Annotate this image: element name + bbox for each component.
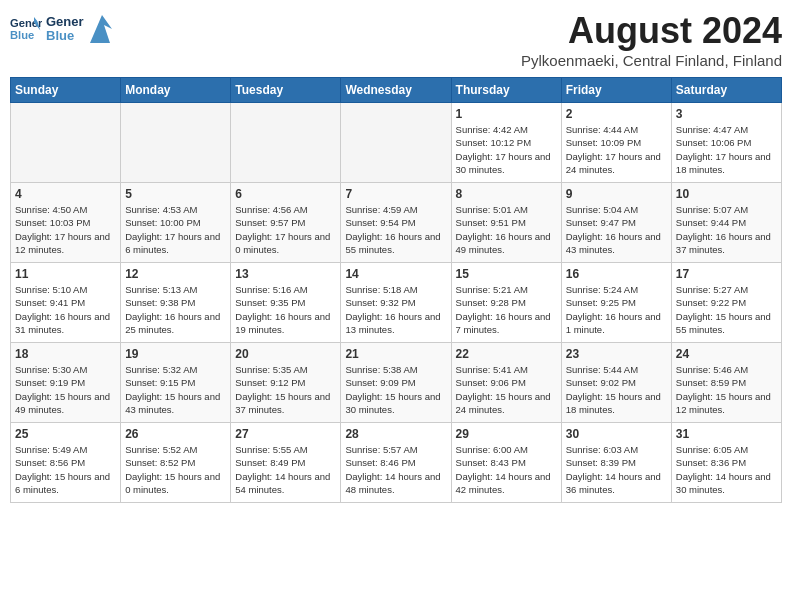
weekday-header-thursday: Thursday — [451, 78, 561, 103]
day-info: Sunrise: 5:13 AM Sunset: 9:38 PM Dayligh… — [125, 283, 226, 336]
weekday-header-sunday: Sunday — [11, 78, 121, 103]
calendar-cell: 5Sunrise: 4:53 AM Sunset: 10:00 PM Dayli… — [121, 183, 231, 263]
calendar-cell: 3Sunrise: 4:47 AM Sunset: 10:06 PM Dayli… — [671, 103, 781, 183]
day-info: Sunrise: 5:18 AM Sunset: 9:32 PM Dayligh… — [345, 283, 446, 336]
day-number: 27 — [235, 427, 336, 441]
day-info: Sunrise: 5:16 AM Sunset: 9:35 PM Dayligh… — [235, 283, 336, 336]
day-number: 3 — [676, 107, 777, 121]
title-block: August 2024 Pylkoenmaeki, Central Finlan… — [521, 10, 782, 69]
week-row-5: 25Sunrise: 5:49 AM Sunset: 8:56 PM Dayli… — [11, 423, 782, 503]
calendar-cell: 8Sunrise: 5:01 AM Sunset: 9:51 PM Daylig… — [451, 183, 561, 263]
calendar-cell — [231, 103, 341, 183]
calendar-cell: 17Sunrise: 5:27 AM Sunset: 9:22 PM Dayli… — [671, 263, 781, 343]
weekday-header-row: SundayMondayTuesdayWednesdayThursdayFrid… — [11, 78, 782, 103]
calendar-cell: 21Sunrise: 5:38 AM Sunset: 9:09 PM Dayli… — [341, 343, 451, 423]
calendar-cell: 13Sunrise: 5:16 AM Sunset: 9:35 PM Dayli… — [231, 263, 341, 343]
calendar-cell: 31Sunrise: 6:05 AM Sunset: 8:36 PM Dayli… — [671, 423, 781, 503]
svg-text:Blue: Blue — [10, 29, 34, 41]
day-number: 12 — [125, 267, 226, 281]
calendar-table: SundayMondayTuesdayWednesdayThursdayFrid… — [10, 77, 782, 503]
calendar-cell: 19Sunrise: 5:32 AM Sunset: 9:15 PM Dayli… — [121, 343, 231, 423]
calendar-cell: 12Sunrise: 5:13 AM Sunset: 9:38 PM Dayli… — [121, 263, 231, 343]
day-info: Sunrise: 6:00 AM Sunset: 8:43 PM Dayligh… — [456, 443, 557, 496]
day-number: 10 — [676, 187, 777, 201]
day-number: 19 — [125, 347, 226, 361]
day-number: 18 — [15, 347, 116, 361]
day-info: Sunrise: 5:27 AM Sunset: 9:22 PM Dayligh… — [676, 283, 777, 336]
logo-arrow-icon — [90, 15, 112, 43]
day-info: Sunrise: 5:21 AM Sunset: 9:28 PM Dayligh… — [456, 283, 557, 336]
calendar-cell: 6Sunrise: 4:56 AM Sunset: 9:57 PM Daylig… — [231, 183, 341, 263]
location: Pylkoenmaeki, Central Finland, Finland — [521, 52, 782, 69]
day-number: 14 — [345, 267, 446, 281]
page-header: General Blue General Blue August 2024 Py… — [10, 10, 782, 69]
day-info: Sunrise: 5:38 AM Sunset: 9:09 PM Dayligh… — [345, 363, 446, 416]
svg-marker-5 — [90, 15, 112, 43]
calendar-cell: 16Sunrise: 5:24 AM Sunset: 9:25 PM Dayli… — [561, 263, 671, 343]
calendar-cell: 29Sunrise: 6:00 AM Sunset: 8:43 PM Dayli… — [451, 423, 561, 503]
day-info: Sunrise: 4:53 AM Sunset: 10:00 PM Daylig… — [125, 203, 226, 256]
logo: General Blue General Blue — [10, 10, 112, 48]
day-number: 13 — [235, 267, 336, 281]
day-number: 1 — [456, 107, 557, 121]
day-number: 30 — [566, 427, 667, 441]
calendar-cell — [121, 103, 231, 183]
day-info: Sunrise: 5:49 AM Sunset: 8:56 PM Dayligh… — [15, 443, 116, 496]
calendar-cell — [341, 103, 451, 183]
calendar-cell: 18Sunrise: 5:30 AM Sunset: 9:19 PM Dayli… — [11, 343, 121, 423]
weekday-header-saturday: Saturday — [671, 78, 781, 103]
calendar-cell: 24Sunrise: 5:46 AM Sunset: 8:59 PM Dayli… — [671, 343, 781, 423]
day-number: 5 — [125, 187, 226, 201]
week-row-3: 11Sunrise: 5:10 AM Sunset: 9:41 PM Dayli… — [11, 263, 782, 343]
day-number: 17 — [676, 267, 777, 281]
weekday-header-monday: Monday — [121, 78, 231, 103]
day-number: 11 — [15, 267, 116, 281]
calendar-cell: 11Sunrise: 5:10 AM Sunset: 9:41 PM Dayli… — [11, 263, 121, 343]
calendar-cell: 25Sunrise: 5:49 AM Sunset: 8:56 PM Dayli… — [11, 423, 121, 503]
day-info: Sunrise: 5:44 AM Sunset: 9:02 PM Dayligh… — [566, 363, 667, 416]
svg-text:General: General — [46, 14, 84, 29]
calendar-cell: 30Sunrise: 6:03 AM Sunset: 8:39 PM Dayli… — [561, 423, 671, 503]
day-number: 28 — [345, 427, 446, 441]
day-info: Sunrise: 5:24 AM Sunset: 9:25 PM Dayligh… — [566, 283, 667, 336]
calendar-cell: 14Sunrise: 5:18 AM Sunset: 9:32 PM Dayli… — [341, 263, 451, 343]
day-info: Sunrise: 6:05 AM Sunset: 8:36 PM Dayligh… — [676, 443, 777, 496]
day-info: Sunrise: 4:56 AM Sunset: 9:57 PM Dayligh… — [235, 203, 336, 256]
calendar-cell: 7Sunrise: 4:59 AM Sunset: 9:54 PM Daylig… — [341, 183, 451, 263]
calendar-cell: 15Sunrise: 5:21 AM Sunset: 9:28 PM Dayli… — [451, 263, 561, 343]
svg-text:Blue: Blue — [46, 28, 74, 43]
day-number: 23 — [566, 347, 667, 361]
day-number: 9 — [566, 187, 667, 201]
day-number: 25 — [15, 427, 116, 441]
day-number: 22 — [456, 347, 557, 361]
calendar-cell: 28Sunrise: 5:57 AM Sunset: 8:46 PM Dayli… — [341, 423, 451, 503]
day-info: Sunrise: 5:52 AM Sunset: 8:52 PM Dayligh… — [125, 443, 226, 496]
weekday-header-friday: Friday — [561, 78, 671, 103]
day-number: 29 — [456, 427, 557, 441]
day-number: 31 — [676, 427, 777, 441]
logo-icon: General Blue — [10, 13, 42, 45]
day-info: Sunrise: 5:30 AM Sunset: 9:19 PM Dayligh… — [15, 363, 116, 416]
weekday-header-tuesday: Tuesday — [231, 78, 341, 103]
day-number: 24 — [676, 347, 777, 361]
day-info: Sunrise: 5:10 AM Sunset: 9:41 PM Dayligh… — [15, 283, 116, 336]
calendar-cell: 23Sunrise: 5:44 AM Sunset: 9:02 PM Dayli… — [561, 343, 671, 423]
day-info: Sunrise: 4:42 AM Sunset: 10:12 PM Daylig… — [456, 123, 557, 176]
day-number: 16 — [566, 267, 667, 281]
calendar-cell: 1Sunrise: 4:42 AM Sunset: 10:12 PM Dayli… — [451, 103, 561, 183]
week-row-1: 1Sunrise: 4:42 AM Sunset: 10:12 PM Dayli… — [11, 103, 782, 183]
day-number: 26 — [125, 427, 226, 441]
day-number: 7 — [345, 187, 446, 201]
logo-bird-icon: General Blue — [46, 10, 84, 48]
calendar-cell — [11, 103, 121, 183]
day-number: 8 — [456, 187, 557, 201]
day-info: Sunrise: 5:41 AM Sunset: 9:06 PM Dayligh… — [456, 363, 557, 416]
day-number: 6 — [235, 187, 336, 201]
day-info: Sunrise: 5:04 AM Sunset: 9:47 PM Dayligh… — [566, 203, 667, 256]
day-info: Sunrise: 4:44 AM Sunset: 10:09 PM Daylig… — [566, 123, 667, 176]
calendar-cell: 22Sunrise: 5:41 AM Sunset: 9:06 PM Dayli… — [451, 343, 561, 423]
calendar-cell: 2Sunrise: 4:44 AM Sunset: 10:09 PM Dayli… — [561, 103, 671, 183]
day-info: Sunrise: 5:32 AM Sunset: 9:15 PM Dayligh… — [125, 363, 226, 416]
week-row-4: 18Sunrise: 5:30 AM Sunset: 9:19 PM Dayli… — [11, 343, 782, 423]
week-row-2: 4Sunrise: 4:50 AM Sunset: 10:03 PM Dayli… — [11, 183, 782, 263]
